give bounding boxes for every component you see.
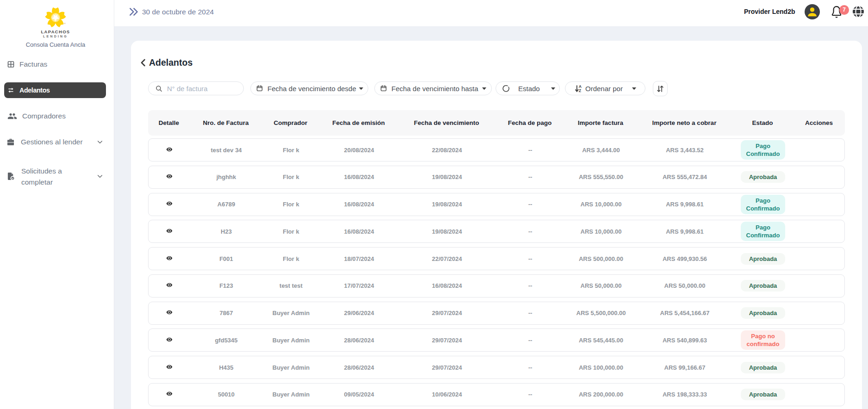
svg-text:Z: Z	[579, 88, 581, 93]
